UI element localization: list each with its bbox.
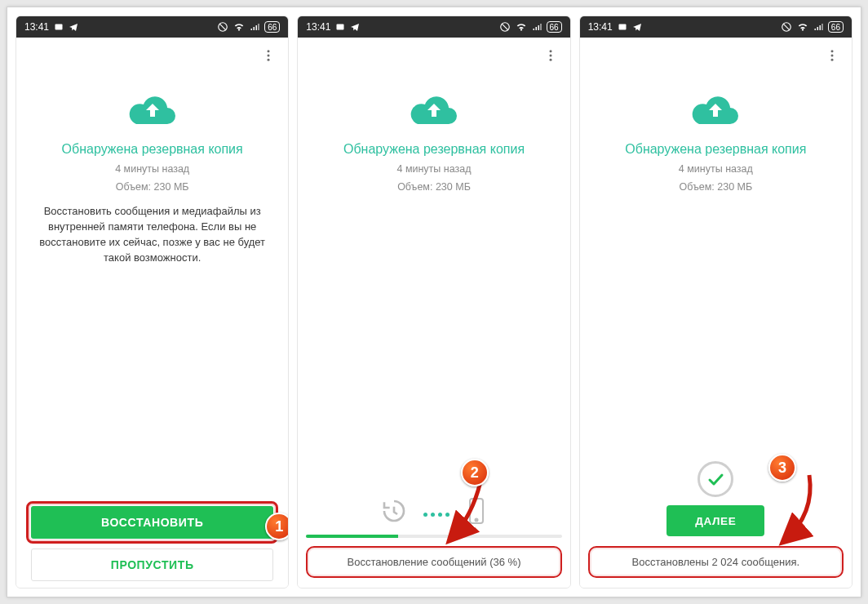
annotation-arrow xyxy=(440,475,497,548)
battery-indicator: 66 xyxy=(264,21,280,33)
cloud-upload-icon xyxy=(408,91,460,131)
status-bar: 13:41 66 xyxy=(298,16,569,38)
dnd-icon xyxy=(499,21,511,33)
notification-icon xyxy=(54,22,64,32)
svg-point-4 xyxy=(268,59,270,61)
svg-rect-12 xyxy=(618,24,626,30)
restore-done-status: Восстановлены 2 024 сообщения. xyxy=(588,546,844,578)
progress-bar xyxy=(306,535,561,538)
progress-status: Восстановление сообщений (36 %) xyxy=(306,546,561,578)
history-icon xyxy=(381,498,407,527)
notification-icon xyxy=(618,22,627,32)
signal-icon xyxy=(813,22,823,32)
status-bar: 13:41 66 xyxy=(580,16,852,38)
wifi-icon xyxy=(233,21,245,33)
stage: 13:41 66 xyxy=(7,7,861,597)
backup-size: Объем: 230 МБ xyxy=(298,181,569,193)
more-options-button[interactable] xyxy=(257,44,280,67)
app-body: Обнаружена резервная копия 4 минуты наза… xyxy=(298,38,569,588)
backup-time-ago: 4 минуты назад xyxy=(298,163,569,175)
signal-icon xyxy=(250,22,259,32)
backup-time-ago: 4 минуты назад xyxy=(580,163,852,175)
svg-point-2 xyxy=(268,50,270,52)
svg-point-15 xyxy=(830,55,833,57)
restore-button[interactable]: ВОССТАНОВИТЬ xyxy=(31,506,273,539)
notification-icon xyxy=(335,22,345,32)
svg-rect-0 xyxy=(55,24,63,30)
status-time: 13:41 xyxy=(24,21,49,33)
battery-indicator: 66 xyxy=(828,21,844,33)
phone-screenshot-2: 13:41 66 Обнаружена рез xyxy=(297,16,570,588)
success-check-icon xyxy=(698,461,733,497)
status-bar: 13:41 66 xyxy=(16,16,288,38)
page-title: Обнаружена резервная копия xyxy=(298,142,569,157)
svg-rect-5 xyxy=(337,24,344,30)
next-button[interactable]: ДАЛЕЕ xyxy=(666,505,764,536)
signal-icon xyxy=(532,22,542,32)
svg-point-8 xyxy=(549,55,551,57)
telegram-icon xyxy=(632,22,642,32)
more-options-button[interactable] xyxy=(821,44,844,67)
telegram-icon xyxy=(350,22,360,32)
backup-size: Объем: 230 МБ xyxy=(580,181,852,193)
more-options-button[interactable] xyxy=(539,44,562,67)
svg-point-7 xyxy=(549,50,551,52)
page-title: Обнаружена резервная копия xyxy=(16,142,288,157)
annotation-badge-1: 1 xyxy=(265,513,289,540)
progress-illustration xyxy=(298,497,569,528)
wifi-icon xyxy=(797,21,808,33)
battery-value: 66 xyxy=(831,23,840,32)
battery-indicator: 66 xyxy=(547,21,562,33)
page-title: Обнаружена резервная копия xyxy=(580,142,852,157)
battery-value: 66 xyxy=(268,23,277,32)
app-body: Обнаружена резервная копия 4 минуты наза… xyxy=(580,38,852,588)
svg-point-14 xyxy=(830,50,833,52)
backup-size: Объем: 230 МБ xyxy=(16,181,288,193)
battery-value: 66 xyxy=(550,23,559,32)
annotation-badge-2: 2 xyxy=(461,459,489,486)
status-time: 13:41 xyxy=(306,21,330,33)
svg-point-9 xyxy=(549,59,551,61)
cloud-upload-icon xyxy=(126,91,179,131)
annotation-badge-3: 3 xyxy=(768,454,796,482)
highlight-restore: ВОССТАНОВИТЬ xyxy=(26,501,278,544)
app-body: Обнаружена резервная копия 4 минуты наза… xyxy=(16,38,288,588)
dnd-icon xyxy=(217,21,228,33)
progress-fill xyxy=(306,535,398,538)
wifi-icon xyxy=(516,21,527,33)
skip-button[interactable]: ПРОПУСТИТЬ xyxy=(31,548,273,581)
svg-point-3 xyxy=(268,55,270,57)
backup-time-ago: 4 минуты назад xyxy=(16,163,288,175)
phone-screenshot-3: 13:41 66 Обнаружена рез xyxy=(579,16,852,588)
telegram-icon xyxy=(69,22,78,32)
dnd-icon xyxy=(781,21,792,33)
restore-description: Восстановить сообщения и медиафайлы из в… xyxy=(16,204,288,265)
phone-screenshot-1: 13:41 66 xyxy=(16,16,289,588)
cloud-upload-icon xyxy=(689,91,742,131)
svg-point-16 xyxy=(830,59,833,61)
status-time: 13:41 xyxy=(588,21,613,33)
